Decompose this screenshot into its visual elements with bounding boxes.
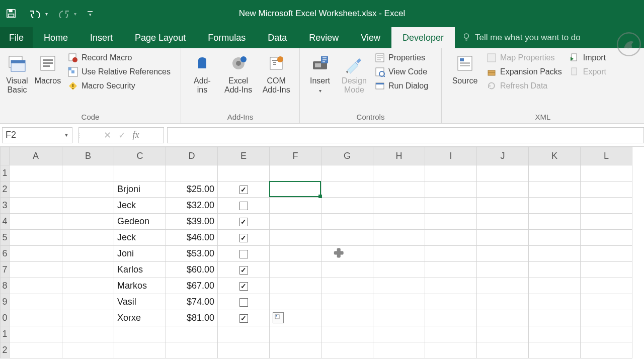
- cell[interactable]: [581, 326, 632, 342]
- macros-button[interactable]: Macros: [30, 51, 65, 85]
- cell[interactable]: ✓: [218, 278, 270, 294]
- cell[interactable]: [321, 262, 373, 278]
- cell[interactable]: [425, 326, 477, 342]
- cell[interactable]: [62, 214, 114, 230]
- cell[interactable]: [10, 198, 62, 214]
- cell[interactable]: [477, 326, 529, 342]
- cell[interactable]: Brjoni: [114, 182, 166, 198]
- cancel-formula-icon[interactable]: ✕: [104, 130, 111, 141]
- cell[interactable]: [425, 342, 477, 358]
- cell[interactable]: [270, 230, 321, 246]
- row-header[interactable]: 0: [1, 310, 10, 326]
- cell[interactable]: [529, 342, 581, 358]
- save-button[interactable]: [4, 7, 18, 21]
- cell[interactable]: [581, 198, 632, 214]
- properties-button[interactable]: Properties: [374, 52, 428, 63]
- cell[interactable]: [166, 342, 218, 358]
- cell[interactable]: [529, 262, 581, 278]
- cell[interactable]: ✓: [218, 262, 270, 278]
- formula-input[interactable]: [167, 127, 644, 143]
- refresh-data-button[interactable]: Refresh Data: [486, 80, 562, 92]
- cell[interactable]: [114, 326, 166, 342]
- cell[interactable]: [477, 342, 529, 358]
- cell[interactable]: $67.00: [166, 278, 218, 294]
- excel-addins-button[interactable]: Excel Add-Ins: [219, 51, 258, 95]
- cell[interactable]: [321, 246, 373, 262]
- undo-dropdown-icon[interactable]: ▾: [45, 11, 48, 17]
- visual-basic-button[interactable]: Visual Basic: [4, 51, 30, 95]
- tab-insert[interactable]: Insert: [79, 27, 124, 48]
- cell[interactable]: [10, 230, 62, 246]
- cell[interactable]: [425, 165, 477, 182]
- enter-formula-icon[interactable]: ✓: [118, 130, 126, 141]
- cell[interactable]: [373, 165, 425, 182]
- column-header-G[interactable]: G: [321, 147, 373, 165]
- row-header[interactable]: 2: [1, 342, 10, 358]
- cell[interactable]: $74.00: [166, 294, 218, 310]
- cell[interactable]: ✓: [218, 182, 270, 198]
- redo-button[interactable]: [57, 7, 71, 21]
- cell[interactable]: [270, 198, 321, 214]
- cell[interactable]: [477, 310, 529, 326]
- select-all-corner[interactable]: [1, 147, 10, 165]
- cell[interactable]: [321, 294, 373, 310]
- cell[interactable]: [425, 294, 477, 310]
- row-header[interactable]: 1: [1, 165, 10, 182]
- row-header[interactable]: 9: [1, 294, 10, 310]
- cell[interactable]: [62, 246, 114, 262]
- cell[interactable]: [62, 182, 114, 198]
- cell[interactable]: [321, 230, 373, 246]
- cell[interactable]: [62, 230, 114, 246]
- cell[interactable]: ✓: [218, 230, 270, 246]
- import-button[interactable]: Import: [569, 52, 606, 63]
- name-box[interactable]: F2 ▼: [2, 127, 72, 143]
- checkbox-control[interactable]: ✓: [239, 314, 248, 323]
- row-header[interactable]: 3: [1, 198, 10, 214]
- row-header[interactable]: 2: [1, 182, 10, 198]
- cell[interactable]: [477, 294, 529, 310]
- cell[interactable]: [529, 326, 581, 342]
- cell[interactable]: [62, 262, 114, 278]
- cell[interactable]: [218, 294, 270, 310]
- cell[interactable]: [373, 326, 425, 342]
- cell[interactable]: [477, 246, 529, 262]
- cell[interactable]: [581, 165, 632, 182]
- name-box-dropdown-icon[interactable]: ▼: [64, 132, 69, 138]
- cell[interactable]: [270, 278, 321, 294]
- cell[interactable]: [477, 198, 529, 214]
- column-header-L[interactable]: L: [581, 147, 632, 165]
- cell[interactable]: [425, 246, 477, 262]
- cell[interactable]: [10, 342, 62, 358]
- cell[interactable]: [270, 342, 321, 358]
- record-macro-button[interactable]: Record Macro: [67, 52, 171, 63]
- cell[interactable]: [477, 182, 529, 198]
- checkbox-control[interactable]: ✓: [239, 234, 248, 242]
- insert-control-button[interactable]: Insert▾: [304, 51, 336, 95]
- cell[interactable]: [529, 310, 581, 326]
- cell[interactable]: $60.00: [166, 262, 218, 278]
- cell[interactable]: [581, 230, 632, 246]
- cell[interactable]: [114, 342, 166, 358]
- cell[interactable]: Vasil: [114, 294, 166, 310]
- cell[interactable]: [373, 262, 425, 278]
- cell[interactable]: [373, 278, 425, 294]
- cell[interactable]: [321, 342, 373, 358]
- cell[interactable]: [529, 182, 581, 198]
- row-header[interactable]: 1: [1, 326, 10, 342]
- cell[interactable]: [321, 198, 373, 214]
- customize-qat-icon[interactable]: ▾: [86, 11, 95, 16]
- cell[interactable]: [62, 326, 114, 342]
- column-header-F[interactable]: F: [270, 147, 321, 165]
- cell[interactable]: [425, 198, 477, 214]
- cell[interactable]: ✓: [218, 214, 270, 230]
- cell[interactable]: [62, 342, 114, 358]
- macro-security-button[interactable]: Macro Security: [67, 80, 171, 92]
- checkbox-control[interactable]: ✓: [239, 266, 248, 275]
- cell[interactable]: $46.00: [166, 230, 218, 246]
- design-mode-button[interactable]: Design Mode: [336, 51, 372, 95]
- cell[interactable]: [425, 214, 477, 230]
- cell[interactable]: [10, 326, 62, 342]
- cell[interactable]: [373, 310, 425, 326]
- cell[interactable]: $25.00: [166, 182, 218, 198]
- cell[interactable]: [270, 294, 321, 310]
